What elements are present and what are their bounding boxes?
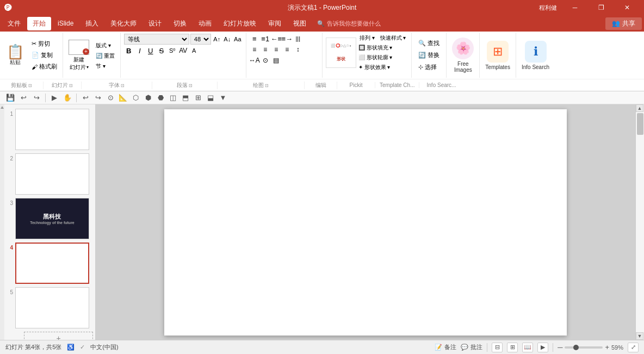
quick-styles-button[interactable]: 快速样式 ▾ (378, 34, 408, 42)
slide-item-2[interactable]: 2 (7, 153, 93, 195)
slide-thumb-4[interactable] (15, 243, 89, 284)
view-reading-button[interactable]: 📖 (522, 343, 533, 352)
bold-button[interactable]: B (124, 46, 134, 55)
fit-slide-button[interactable]: ⤢ (628, 343, 639, 352)
section-button[interactable]: 节 ▾ (94, 61, 117, 71)
font-color-button[interactable]: A (189, 46, 199, 55)
qa-btn2[interactable]: ↪ (92, 92, 104, 104)
find-button[interactable]: 🔍 查找 (416, 38, 442, 48)
qa-btn4[interactable]: 📐 (117, 92, 129, 104)
numbering-button[interactable]: ≡1 (261, 34, 270, 44)
present-button[interactable]: ▶ (48, 92, 60, 104)
info-search-button[interactable]: ℹ Info Search (516, 33, 555, 78)
menu-slideshow[interactable]: 幻灯片放映 (218, 17, 262, 30)
shape-fill-button[interactable]: 🔲 形状填充 ▾ (357, 44, 394, 52)
align-right-button[interactable]: ≡ (271, 45, 281, 54)
qa-btn10[interactable]: ⊞ (192, 92, 204, 104)
convert-smartart-button[interactable]: ▤ (271, 55, 281, 65)
bullets-button[interactable]: ≡ (250, 34, 259, 44)
slide-thumb-2[interactable] (15, 153, 89, 195)
qa-btn11[interactable]: ⬓ (205, 92, 216, 104)
font-size-select[interactable]: 48 (190, 34, 211, 45)
restore-button[interactable]: ❐ (589, 0, 614, 15)
qa-btn7[interactable]: ⬣ (154, 92, 166, 104)
qa-btn5[interactable]: ⬡ (129, 92, 141, 104)
copy-button[interactable]: 📄 复制 (29, 50, 59, 60)
clear-format-button[interactable]: Aa (233, 34, 243, 44)
justify-button[interactable]: ≡ (282, 45, 292, 54)
text-align-button[interactable]: ⊙ (261, 55, 270, 65)
undo-button[interactable]: ↩ (17, 92, 29, 104)
right-scrollbar[interactable]: ▲ ▼ (635, 104, 644, 340)
shapes-gallery[interactable]: ⬜⭕▷ △☆⬧ 形状 (326, 38, 356, 68)
zoom-slider[interactable] (565, 346, 603, 349)
slide-thumb-5[interactable] (15, 287, 89, 328)
format-painter-button[interactable]: 🖌 格式刷 (29, 61, 59, 72)
menu-animation[interactable]: 动画 (193, 17, 217, 30)
notes-button[interactable]: 📝 备注 (435, 343, 456, 351)
slide-canvas[interactable] (164, 109, 567, 336)
indent-less-button[interactable]: ←≡ (271, 34, 281, 44)
minimize-button[interactable]: ─ (562, 0, 587, 15)
font-size-up-button[interactable]: A↑ (212, 34, 222, 44)
search-bar[interactable]: 🔍 告诉我你想要做什么 (317, 20, 381, 28)
menu-view[interactable]: 视图 (288, 17, 312, 30)
new-slide-button[interactable]: + 新建 幻灯片 ▾ (66, 39, 91, 72)
add-slide-button[interactable]: + (24, 332, 93, 340)
cut-button[interactable]: ✂ 剪切 (29, 39, 59, 49)
menu-design[interactable]: 设计 (143, 17, 167, 30)
slide-item-1[interactable]: 1 (7, 109, 93, 150)
templates-button[interactable]: ⊞ Templates (480, 33, 516, 78)
view-normal-button[interactable]: ⊟ (492, 343, 503, 352)
replace-button[interactable]: 🔄 替换 (416, 50, 442, 60)
free-images-button[interactable]: 🌸 Free Images (447, 33, 480, 78)
menu-transition[interactable]: 切换 (168, 17, 192, 30)
scroll-thumb[interactable] (637, 113, 643, 135)
qa-btn3[interactable]: ⊙ (104, 92, 116, 104)
italic-button[interactable]: I (135, 46, 145, 55)
qa-btn9[interactable]: ⬒ (179, 92, 191, 104)
indent-more-button[interactable]: ≡→ (282, 34, 292, 44)
qa-dropdown[interactable]: ▼ (217, 92, 229, 104)
font-name-select[interactable]: 等线 (124, 34, 189, 45)
touch-button[interactable]: ✋ (61, 92, 73, 104)
zoom-out-button[interactable]: ─ (558, 343, 562, 351)
save-button[interactable]: 💾 (4, 92, 16, 104)
menu-review[interactable]: 审阅 (263, 17, 287, 30)
shape-outline-button[interactable]: ⬜ 形状轮廓 ▾ (357, 53, 394, 62)
slide-thumb-1[interactable] (15, 109, 89, 150)
menu-file[interactable]: 文件 (2, 17, 26, 30)
slide-panel-scroll[interactable] (0, 104, 4, 340)
redo-button[interactable]: ↪ (30, 92, 42, 104)
scroll-up-button[interactable]: ▲ (636, 104, 643, 112)
scroll-up-icon[interactable] (1, 105, 4, 109)
align-left-button[interactable]: ≡ (250, 45, 259, 54)
underline-button[interactable]: U (146, 46, 156, 55)
canvas-area[interactable] (96, 104, 635, 340)
menu-insert[interactable]: 插入 (80, 17, 104, 30)
close-button[interactable]: ✕ (615, 0, 640, 15)
menu-islide[interactable]: iSlide (52, 17, 79, 29)
arrange-button[interactable]: 排列 ▾ (357, 34, 377, 42)
char-spacing-button[interactable]: AV (178, 46, 188, 55)
select-button[interactable]: ⊹ 选择 (416, 62, 442, 72)
menu-home[interactable]: 开始 (27, 17, 51, 30)
menu-beautify[interactable]: 美化大师 (105, 17, 142, 30)
line-spacing-button[interactable]: ↕ (293, 45, 303, 54)
qa-btn1[interactable]: ↩ (79, 92, 91, 104)
share-button[interactable]: 👥 共享 (605, 17, 642, 30)
font-size-down-button[interactable]: A↓ (222, 34, 232, 44)
comments-button[interactable]: 💬 批注 (461, 343, 482, 351)
zoom-in-button[interactable]: + (605, 343, 609, 351)
text-direction-button[interactable]: ↔A (250, 55, 259, 65)
align-center-button[interactable]: ≡ (261, 45, 270, 54)
slide-item-4[interactable]: 4 (7, 243, 93, 284)
qa-btn6[interactable]: ⬢ (142, 92, 154, 104)
view-slide-sorter-button[interactable]: ⊞ (507, 343, 518, 352)
view-slideshow-button[interactable]: ▶ (537, 343, 548, 352)
reset-button[interactable]: 🔄 重置 (94, 51, 117, 61)
columns-button[interactable]: ||| (293, 34, 303, 44)
scroll-down-button[interactable]: ▼ (636, 332, 643, 340)
layout-button[interactable]: 版式 ▾ (94, 41, 117, 51)
slide-item-5[interactable]: 5 (7, 287, 93, 328)
